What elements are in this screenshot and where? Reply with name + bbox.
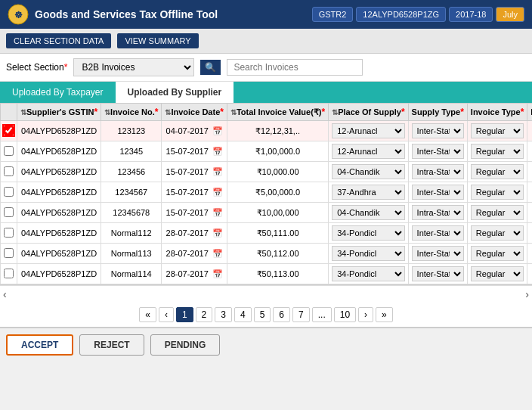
row-3-supply-type-select[interactable]: Inter-StateIntra-State <box>412 185 464 200</box>
row-5-place-supply-select[interactable]: 34-Pondicl <box>332 225 404 241</box>
row-3-gstin: 04ALYPD6528P1ZD <box>17 182 101 203</box>
clear-section-btn[interactable]: CLEAR SECTION DATA <box>6 33 111 48</box>
row-0-supply-type: Inter-StateIntra-State <box>408 121 467 141</box>
row-2-invoice-no: 123456 <box>101 162 162 182</box>
th-place-supply: ⇅Place Of Supply* <box>329 104 408 121</box>
row-1-checkbox[interactable] <box>4 146 14 156</box>
th-invoice-type: Invoice Type* <box>467 104 527 121</box>
row-3-calendar-icon[interactable]: 📅 <box>210 188 223 197</box>
row-6-place-of-supply: 34-Pondicl <box>329 244 408 264</box>
search-icon-btn[interactable]: 🔍 <box>200 60 221 75</box>
svg-text:☸: ☸ <box>14 10 23 20</box>
row-4-invoice-type-select[interactable]: RegularSEZDeemed Exports <box>471 205 524 220</box>
table-body: 04ALYPD6528P1ZD12312304-07-2017 📅₹12,12,… <box>1 121 533 284</box>
row-7-checkbox-cell <box>1 264 17 284</box>
page-next-btn[interactable]: › <box>358 307 373 322</box>
row-6-invoice-type-select[interactable]: RegularSEZDeemed Exports <box>471 246 524 261</box>
row-6-supply-type-select[interactable]: Inter-StateIntra-State <box>412 246 464 261</box>
page-4-btn[interactable]: 4 <box>234 307 252 322</box>
row-4-place-supply-select[interactable]: 04-Chandik <box>332 205 404 220</box>
row-3-total-value: ₹5,00,000.0 <box>227 182 328 203</box>
section-select[interactable]: B2B Invoices B2C Invoices CDNR Import of… <box>73 58 194 76</box>
row-0-checkbox[interactable] <box>4 126 14 135</box>
row-4-checkbox[interactable] <box>4 207 14 217</box>
row-7-invoice-type-select[interactable]: RegularSEZDeemed Exports <box>471 266 524 281</box>
row-3-reverse-charge <box>527 182 532 203</box>
row-0-supply-type-select[interactable]: Inter-StateIntra-State <box>412 123 464 138</box>
row-2-place-supply-select[interactable]: 04-Chandik <box>332 164 404 179</box>
view-summary-btn[interactable]: VIEW SUMMARY <box>117 33 198 48</box>
th-gstin: ⇅Supplier's GSTIN* <box>17 104 101 121</box>
row-5-invoice-type-select[interactable]: RegularSEZDeemed Exports <box>471 225 524 241</box>
row-5-supply-type-select[interactable]: Inter-StateIntra-State <box>412 225 464 241</box>
row-0-calendar-icon[interactable]: 📅 <box>210 126 223 135</box>
row-0-invoice-date: 04-07-2017 📅 <box>162 121 227 141</box>
row-7-supply-type-select[interactable]: Inter-StateIntra-State <box>412 266 464 281</box>
row-3-invoice-type-select[interactable]: RegularSEZDeemed Exports <box>471 185 524 200</box>
row-3-checkbox-cell <box>1 182 17 203</box>
row-3-invoice-date: 15-07-2017 📅 <box>162 182 227 203</box>
scroll-right-btn[interactable]: › <box>525 288 529 300</box>
row-6-total-value: ₹50,112.00 <box>227 244 328 264</box>
tab-taxpayer[interactable]: Uploaded By Taxpayer <box>0 82 116 103</box>
row-4-invoice-no: 12345678 <box>101 203 162 223</box>
page-1-btn[interactable]: 1 <box>176 307 193 322</box>
tab-supplier[interactable]: Uploaded By Supplier <box>116 82 234 103</box>
th-total-value: ⇅Total Invoice Value(₹)* <box>227 104 328 121</box>
row-4-place-of-supply: 04-Chandik <box>329 203 408 223</box>
row-1-place-of-supply: 12-Arunacl <box>329 141 408 162</box>
page-prev-btn[interactable]: ‹ <box>159 307 174 322</box>
page-5-btn[interactable]: 5 <box>254 307 271 322</box>
row-7-calendar-icon[interactable]: 📅 <box>210 269 223 278</box>
row-6-checkbox[interactable] <box>4 248 14 258</box>
reject-btn[interactable]: REJECT <box>79 334 144 356</box>
row-1-checkbox-cell <box>1 141 17 162</box>
table-row: 04ALYPD6528P1ZD1234567815-07-2017 📅₹10,0… <box>1 203 533 223</box>
row-6-calendar-icon[interactable]: 📅 <box>210 249 223 258</box>
th-supply-type: Supply Type* <box>408 104 467 121</box>
row-0-place-supply-select[interactable]: 12-Arunacl <box>332 123 404 138</box>
row-1-invoice-type-select[interactable]: RegularSEZDeemed Exports <box>471 144 524 159</box>
pending-btn[interactable]: PENDING <box>150 334 221 356</box>
page-last-btn[interactable]: » <box>376 307 393 322</box>
row-0-invoice-no: 123123 <box>101 121 162 141</box>
gstr-badge: GSTR2 <box>312 7 354 22</box>
row-0-place-of-supply: 12-Arunacl <box>329 121 408 141</box>
row-2-supply-type-select[interactable]: Inter-StateIntra-State <box>412 164 464 179</box>
row-2-invoice-type-select[interactable]: RegularSEZDeemed Exports <box>471 164 524 179</box>
row-5-checkbox[interactable] <box>4 228 14 238</box>
row-2-checkbox-cell <box>1 162 17 182</box>
row-2-invoice-type: RegularSEZDeemed Exports <box>467 162 527 182</box>
row-1-place-supply-select[interactable]: 12-Arunacl <box>332 144 404 159</box>
row-6-place-supply-select[interactable]: 34-Pondicl <box>332 246 404 261</box>
row-4-supply-type-select[interactable]: Inter-StateIntra-State <box>412 205 464 220</box>
row-4-calendar-icon[interactable]: 📅 <box>210 208 223 217</box>
row-7-invoice-type: RegularSEZDeemed Exports <box>467 264 527 284</box>
row-2-checkbox[interactable] <box>4 166 14 176</box>
row-6-invoice-date: 28-07-2017 📅 <box>162 244 227 264</box>
row-1-calendar-icon[interactable]: 📅 <box>210 147 223 156</box>
row-1-supply-type-select[interactable]: Inter-StateIntra-State <box>412 144 464 159</box>
row-7-invoice-date: 28-07-2017 📅 <box>162 264 227 284</box>
row-7-place-supply-select[interactable]: 34-Pondicl <box>332 266 404 281</box>
page-6-btn[interactable]: 6 <box>273 307 290 322</box>
row-2-calendar-icon[interactable]: 📅 <box>210 167 223 176</box>
page-3-btn[interactable]: 3 <box>215 307 232 322</box>
page-7-btn[interactable]: 7 <box>292 307 310 322</box>
search-input[interactable] <box>227 59 363 76</box>
accept-btn[interactable]: ACCEPT <box>6 334 73 356</box>
row-3-invoice-no: 1234567 <box>101 182 162 203</box>
row-5-invoice-no: Normal112 <box>101 223 162 244</box>
scroll-left-btn[interactable]: ‹ <box>3 288 7 300</box>
page-2-btn[interactable]: 2 <box>196 307 213 322</box>
row-3-place-supply-select[interactable]: 37-Andhra <box>332 185 404 200</box>
row-7-invoice-no: Normal114 <box>101 264 162 284</box>
app-container: ☸ Goods and Services Tax Offline Tool GS… <box>0 0 532 362</box>
row-7-total-value: ₹50,113.00 <box>227 264 328 284</box>
row-0-invoice-type-select[interactable]: RegularSEZDeemed Exports <box>471 123 524 138</box>
page-first-btn[interactable]: « <box>139 307 156 322</box>
row-3-checkbox[interactable] <box>4 187 14 197</box>
page-10-btn[interactable]: 10 <box>334 307 356 322</box>
row-7-checkbox[interactable] <box>4 269 14 278</box>
row-5-calendar-icon[interactable]: 📅 <box>210 228 223 238</box>
